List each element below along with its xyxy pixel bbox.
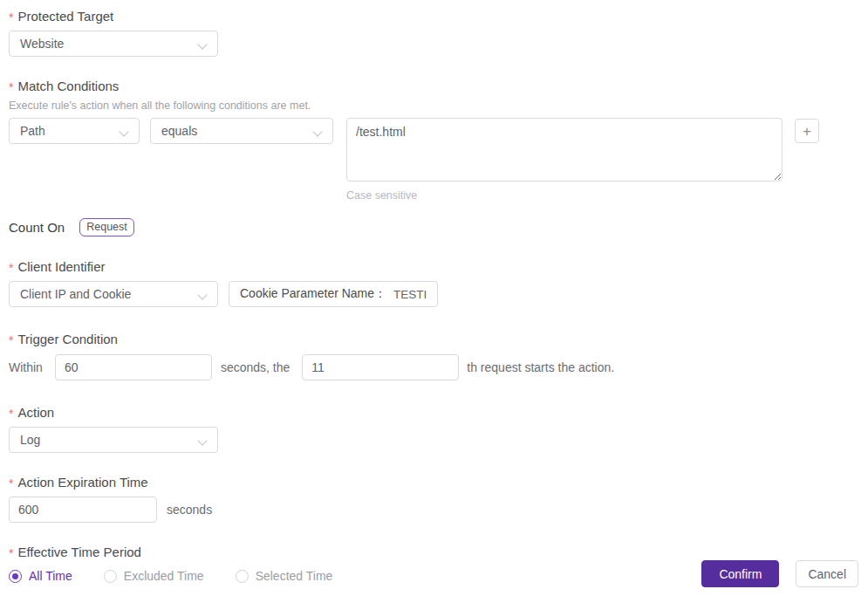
trigger-prefix-text: Within bbox=[9, 360, 43, 374]
rule-form: * Protected Target Website * Match Condi… bbox=[0, 0, 868, 596]
section-match-conditions: * Match Conditions Execute rule's action… bbox=[9, 79, 858, 202]
chevron-down-icon bbox=[199, 291, 207, 298]
trigger-middle-text: seconds, the bbox=[221, 360, 290, 374]
required-asterisk: * bbox=[9, 80, 13, 94]
match-pattern-textarea[interactable]: /test.html bbox=[346, 118, 783, 182]
trigger-suffix-text: th request starts the action. bbox=[467, 360, 614, 374]
trigger-condition-label-text: Trigger Condition bbox=[17, 332, 118, 346]
protected-target-value: Website bbox=[20, 37, 64, 51]
effective-time-label-text: Effective Time Period bbox=[17, 545, 140, 559]
chevron-down-icon bbox=[314, 127, 322, 135]
match-conditions-label: * Match Conditions bbox=[9, 79, 858, 93]
required-asterisk: * bbox=[9, 333, 13, 347]
action-expiration-label: * Action Expiration Time bbox=[9, 475, 858, 490]
radio-all-time-label: All Time bbox=[29, 569, 72, 583]
action-label: * Action bbox=[9, 405, 858, 420]
chevron-down-icon bbox=[199, 40, 207, 48]
radio-selected-time[interactable]: Selected Time bbox=[236, 569, 333, 583]
count-on-label: Count On bbox=[9, 220, 65, 235]
action-value: Log bbox=[20, 433, 40, 447]
match-field-value: Path bbox=[20, 124, 45, 138]
client-identifier-row: Client IP and Cookie Cookie Parameter Na… bbox=[9, 281, 858, 307]
radio-excluded-time[interactable]: Excluded Time bbox=[104, 569, 204, 583]
section-client-identifier: * Client Identifier Client IP and Cookie… bbox=[9, 259, 858, 307]
count-on-request-badge[interactable]: Request bbox=[79, 218, 134, 236]
required-asterisk: * bbox=[9, 10, 13, 24]
cookie-parameter-input[interactable] bbox=[393, 288, 437, 301]
protected-target-label-text: Protected Target bbox=[17, 9, 113, 24]
required-asterisk: * bbox=[9, 407, 13, 421]
match-condition-row: Path equals /test.html + bbox=[9, 118, 858, 185]
action-expiration-label-text: Action Expiration Time bbox=[17, 475, 147, 490]
section-count-on: Count On Request bbox=[9, 218, 858, 236]
pattern-wrap: /test.html bbox=[346, 118, 783, 185]
section-trigger-condition: * Trigger Condition Within seconds, the … bbox=[9, 332, 858, 380]
section-action-expiration: * Action Expiration Time seconds bbox=[9, 475, 858, 523]
chevron-down-icon bbox=[120, 127, 128, 135]
radio-all-time[interactable]: All Time bbox=[9, 569, 72, 583]
match-field-select[interactable]: Path bbox=[9, 118, 140, 144]
radio-icon bbox=[236, 570, 249, 583]
action-select[interactable]: Log bbox=[9, 427, 218, 453]
required-asterisk: * bbox=[9, 476, 13, 490]
expiration-seconds-input[interactable] bbox=[9, 497, 157, 523]
match-conditions-description: Execute rule's action when all the follo… bbox=[9, 99, 858, 112]
client-identifier-label-text: Client Identifier bbox=[17, 259, 105, 274]
trigger-count-input[interactable] bbox=[302, 354, 459, 380]
protected-target-select[interactable]: Website bbox=[9, 31, 218, 57]
expiration-unit-text: seconds bbox=[167, 503, 212, 517]
match-operator-value: equals bbox=[161, 124, 197, 138]
radio-selected-time-label: Selected Time bbox=[256, 569, 333, 583]
chevron-down-icon bbox=[199, 436, 207, 444]
form-footer: Confirm Cancel bbox=[701, 560, 858, 587]
plus-icon: + bbox=[803, 124, 811, 139]
action-expiration-row: seconds bbox=[9, 497, 858, 523]
radio-icon bbox=[104, 570, 117, 583]
radio-excluded-time-label: Excluded Time bbox=[124, 569, 204, 583]
section-action: * Action Log bbox=[9, 405, 858, 453]
cookie-parameter-box: Cookie Parameter Name： bbox=[229, 281, 438, 307]
add-condition-button[interactable]: + bbox=[795, 119, 819, 143]
trigger-condition-row: Within seconds, the th request starts th… bbox=[9, 354, 858, 380]
effective-time-label: * Effective Time Period bbox=[9, 545, 858, 559]
trigger-seconds-input[interactable] bbox=[55, 354, 212, 380]
client-identifier-select[interactable]: Client IP and Cookie bbox=[9, 281, 218, 307]
required-asterisk: * bbox=[9, 546, 13, 560]
required-asterisk: * bbox=[9, 261, 13, 275]
client-identifier-label: * Client Identifier bbox=[9, 259, 858, 274]
protected-target-label: * Protected Target bbox=[9, 9, 858, 24]
match-conditions-label-text: Match Conditions bbox=[17, 79, 119, 93]
cookie-parameter-label: Cookie Parameter Name： bbox=[240, 286, 386, 302]
cancel-button[interactable]: Cancel bbox=[796, 560, 858, 587]
match-operator-select[interactable]: equals bbox=[150, 118, 333, 144]
case-sensitive-hint: Case sensitive bbox=[346, 189, 858, 202]
confirm-button[interactable]: Confirm bbox=[701, 560, 779, 587]
client-identifier-value: Client IP and Cookie bbox=[20, 287, 131, 301]
trigger-condition-label: * Trigger Condition bbox=[9, 332, 858, 346]
radio-icon bbox=[9, 570, 22, 583]
action-label-text: Action bbox=[17, 405, 54, 420]
section-protected-target: * Protected Target Website bbox=[9, 9, 858, 57]
